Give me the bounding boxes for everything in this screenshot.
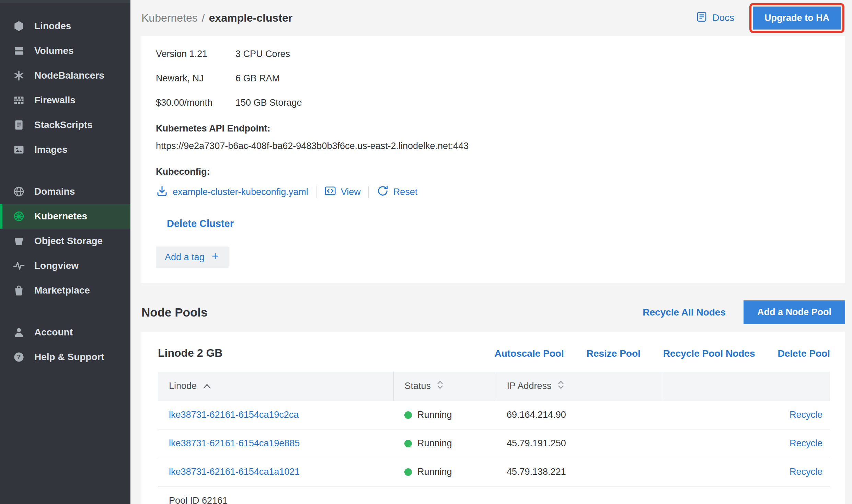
node-pool-card: Linode 2 GB Autoscale Pool Resize Pool R…	[141, 332, 845, 504]
sidebar-item-label: Help & Support	[34, 352, 104, 363]
status-running-dot	[404, 411, 412, 419]
kubeconfig-view-button[interactable]: View	[324, 185, 361, 199]
code-view-icon	[324, 185, 336, 199]
sidebar-item-help-support[interactable]: ? Help & Support	[0, 345, 130, 369]
docs-link[interactable]: Docs	[696, 11, 734, 25]
breadcrumb-separator: /	[202, 12, 205, 24]
sidebar-item-firewalls[interactable]: Firewalls	[0, 88, 130, 113]
pool-id-label: Pool ID 62161	[158, 486, 830, 504]
cube-icon	[12, 20, 25, 33]
node-link[interactable]: lke38731-62161-6154ca19e885	[169, 438, 300, 448]
svg-text:?: ?	[17, 354, 21, 360]
nodes-table: Linode Status IP Address	[158, 372, 830, 504]
pool-plan-title: Linode 2 GB	[158, 347, 222, 359]
question-icon: ?	[12, 351, 25, 364]
upgrade-to-ha-button[interactable]: Upgrade to HA	[753, 7, 841, 30]
node-ip: 45.79.191.250	[507, 438, 566, 448]
sidebar-item-label: Longview	[34, 260, 79, 271]
picture-icon	[12, 143, 25, 156]
sidebar-item-linodes[interactable]: Linodes	[0, 14, 130, 38]
status-running-dot	[404, 468, 412, 476]
breadcrumb-section[interactable]: Kubernetes	[141, 12, 198, 24]
recycle-node-button[interactable]: Recycle	[790, 438, 822, 448]
column-header-status[interactable]: Status	[393, 372, 496, 401]
add-tag-label: Add a tag	[165, 252, 205, 263]
table-row: lke38731-62161-6154ca19c2ca Running 69.1…	[158, 401, 830, 429]
add-node-pool-button[interactable]: Add a Node Pool	[744, 300, 845, 324]
sidebar-item-marketplace[interactable]: Marketplace	[0, 278, 130, 303]
sidebar-item-label: Object Storage	[34, 236, 103, 247]
main-content: Kubernetes / example-cluster Docs Upgrad…	[130, 0, 852, 504]
recycle-pool-nodes-button[interactable]: Recycle Pool Nodes	[663, 348, 755, 359]
sidebar: Linodes Volumes NodeBalancers Firewalls …	[0, 0, 130, 504]
sidebar-item-label: Domains	[34, 186, 75, 197]
sidebar-item-label: Firewalls	[34, 95, 76, 106]
breadcrumb-current: example-cluster	[209, 12, 293, 24]
status-label: Running	[417, 410, 452, 420]
sidebar-item-kubernetes[interactable]: Kubernetes	[0, 204, 130, 229]
sidebar-item-longview[interactable]: Longview	[0, 253, 130, 278]
column-header-linode[interactable]: Linode	[158, 372, 393, 401]
add-tag-button[interactable]: Add a tag	[156, 247, 229, 268]
spec-ram: 6 GB RAM	[235, 73, 831, 84]
kubeconfig-download-link[interactable]: example-cluster-kubeconfig.yaml	[156, 185, 308, 199]
api-endpoint-label: Kubernetes API Endpoint:	[156, 123, 831, 134]
sidebar-item-stackscripts[interactable]: StackScripts	[0, 113, 130, 137]
page-header: Kubernetes / example-cluster Docs Upgrad…	[141, 0, 845, 36]
status-label: Running	[417, 467, 452, 477]
sidebar-item-object-storage[interactable]: Object Storage	[0, 229, 130, 253]
pool-header: Linode 2 GB Autoscale Pool Resize Pool R…	[158, 347, 830, 359]
sort-icon	[557, 380, 565, 392]
status-running-dot	[404, 440, 412, 447]
kubeconfig-row: example-cluster-kubeconfig.yaml View Res…	[156, 185, 831, 199]
sort-icon	[436, 380, 444, 392]
column-header-actions	[662, 372, 830, 401]
sidebar-group-divider	[0, 303, 130, 320]
kubernetes-wheel-icon	[12, 210, 25, 223]
sidebar-item-domains[interactable]: Domains	[0, 179, 130, 204]
table-footer-row: Pool ID 62161	[158, 486, 830, 504]
sidebar-item-images[interactable]: Images	[0, 137, 130, 162]
sidebar-item-label: Linodes	[34, 21, 71, 32]
sidebar-top-strip	[0, 0, 130, 3]
sidebar-item-account[interactable]: Account	[0, 320, 130, 345]
spec-region: Newark, NJ	[156, 73, 235, 84]
globe-icon	[12, 185, 25, 198]
recycle-node-button[interactable]: Recycle	[790, 410, 822, 420]
sidebar-item-nodebalancers[interactable]: NodeBalancers	[0, 63, 130, 88]
sidebar-item-label: Account	[34, 327, 73, 338]
sidebar-item-label: Kubernetes	[34, 211, 87, 222]
delete-cluster-button[interactable]: Delete Cluster	[167, 218, 234, 229]
sidebar-item-label: NodeBalancers	[34, 70, 104, 81]
autoscale-pool-button[interactable]: Autoscale Pool	[494, 348, 564, 359]
sort-ascending-icon	[202, 381, 212, 391]
resize-pool-button[interactable]: Resize Pool	[587, 348, 641, 359]
node-ip: 69.164.214.90	[507, 410, 566, 420]
plus-icon	[211, 252, 220, 263]
docs-label: Docs	[712, 12, 734, 23]
kubeconfig-reset-button[interactable]: Reset	[377, 185, 418, 199]
breadcrumb: Kubernetes / example-cluster	[141, 12, 292, 24]
divider	[368, 186, 369, 198]
divider	[316, 186, 316, 198]
node-link[interactable]: lke38731-62161-6154ca1a1021	[169, 467, 300, 477]
recycle-all-nodes-button[interactable]: Recycle All Nodes	[643, 307, 726, 318]
pool-actions: Autoscale Pool Resize Pool Recycle Pool …	[494, 348, 830, 359]
kubeconfig-label: Kubeconfig:	[156, 167, 831, 177]
delete-pool-button[interactable]: Delete Pool	[778, 348, 830, 359]
spec-cpu: 3 CPU Cores	[235, 49, 831, 59]
brick-wall-icon	[12, 94, 25, 107]
sidebar-item-label: Images	[34, 144, 68, 155]
spec-storage: 150 GB Storage	[235, 98, 831, 108]
reset-label: Reset	[393, 187, 418, 197]
shopping-bag-icon	[12, 284, 25, 297]
column-header-ip[interactable]: IP Address	[496, 372, 662, 401]
spec-version: Version 1.21	[156, 49, 235, 59]
sidebar-item-volumes[interactable]: Volumes	[0, 38, 130, 63]
recycle-node-button[interactable]: Recycle	[790, 467, 822, 477]
sidebar-item-label: Marketplace	[34, 285, 90, 296]
kubeconfig-filename: example-cluster-kubeconfig.yaml	[173, 187, 308, 197]
spec-price: $30.00/month	[156, 98, 235, 108]
node-link[interactable]: lke38731-62161-6154ca19c2ca	[169, 410, 299, 420]
person-icon	[12, 326, 25, 339]
